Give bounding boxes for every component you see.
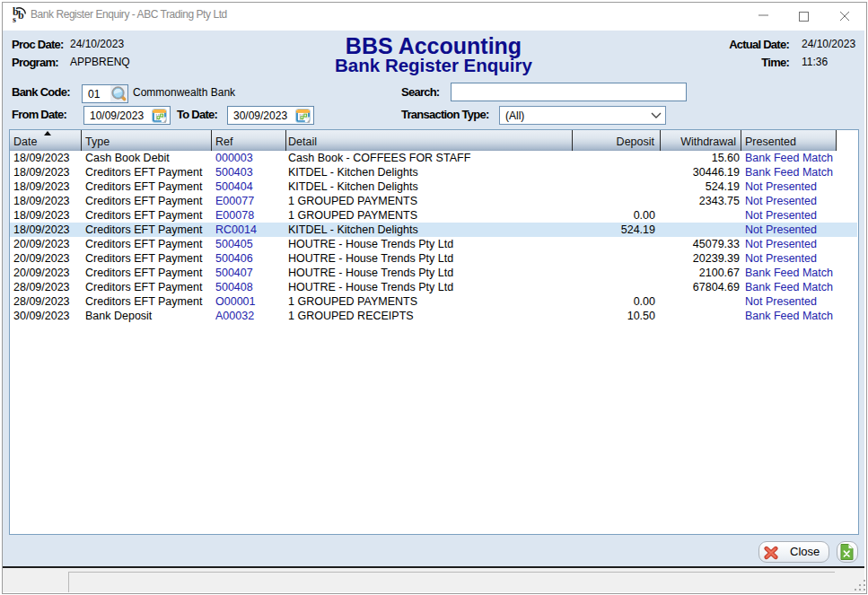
svg-text:s: s [13, 14, 16, 24]
svg-text:b: b [18, 9, 24, 22]
